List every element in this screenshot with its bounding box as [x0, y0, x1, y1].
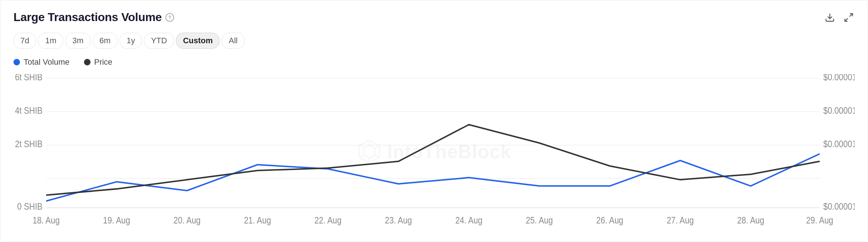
svg-text:$0.000014: $0.000014 — [823, 139, 855, 149]
header-actions — [824, 12, 855, 23]
legend-row: Total Volume Price — [13, 57, 855, 67]
header-row: Large Transactions Volume ? — [13, 11, 855, 24]
chart-area: IntoTheBlock 6t SHIB 4t SHIB 2t SHIB 0 S… — [13, 74, 855, 229]
svg-text:25. Aug: 25. Aug — [526, 215, 553, 226]
filter-6m[interactable]: 6m — [93, 33, 118, 49]
price-line — [46, 125, 820, 195]
expand-button[interactable] — [843, 12, 855, 23]
chart-svg-wrapper: 6t SHIB 4t SHIB 2t SHIB 0 SHIB $0.000019… — [13, 74, 855, 229]
svg-text:19. Aug: 19. Aug — [103, 215, 130, 226]
svg-line-2 — [845, 18, 848, 21]
legend-price: Price — [84, 57, 112, 67]
legend-label-volume: Total Volume — [24, 57, 69, 67]
svg-text:26. Aug: 26. Aug — [596, 215, 623, 226]
legend-total-volume: Total Volume — [13, 57, 69, 67]
svg-text:2t SHIB: 2t SHIB — [15, 139, 43, 149]
svg-text:24. Aug: 24. Aug — [455, 215, 483, 226]
chart-container: Large Transactions Volume ? — [0, 0, 868, 242]
legend-label-price: Price — [94, 57, 112, 67]
filter-custom[interactable]: Custom — [176, 33, 220, 49]
svg-text:28. Aug: 28. Aug — [737, 215, 764, 226]
download-button[interactable] — [824, 12, 836, 23]
svg-text:22. Aug: 22. Aug — [314, 215, 342, 226]
svg-line-1 — [849, 13, 852, 16]
chart-title: Large Transactions Volume — [13, 11, 162, 24]
svg-text:$0.000019: $0.000019 — [823, 74, 855, 82]
svg-text:21. Aug: 21. Aug — [244, 215, 271, 226]
svg-text:$0.000012: $0.000012 — [823, 202, 855, 212]
filter-1y[interactable]: 1y — [120, 33, 142, 49]
filter-7d[interactable]: 7d — [13, 33, 36, 49]
filter-ytd[interactable]: YTD — [144, 33, 174, 49]
time-filters: 7d 1m 3m 6m 1y YTD Custom All — [13, 33, 855, 49]
svg-text:18. Aug: 18. Aug — [33, 215, 60, 226]
help-icon[interactable]: ? — [165, 13, 174, 22]
svg-text:$0.000017: $0.000017 — [823, 106, 855, 116]
svg-text:6t SHIB: 6t SHIB — [15, 74, 43, 82]
title-area: Large Transactions Volume ? — [13, 11, 174, 24]
svg-text:20. Aug: 20. Aug — [173, 215, 201, 226]
legend-dot-volume — [13, 59, 20, 65]
filter-1m[interactable]: 1m — [38, 33, 63, 49]
svg-text:23. Aug: 23. Aug — [385, 215, 412, 226]
svg-text:0 SHIB: 0 SHIB — [17, 202, 43, 212]
svg-text:4t SHIB: 4t SHIB — [15, 106, 43, 116]
svg-text:29. Aug: 29. Aug — [806, 215, 833, 226]
svg-text:27. Aug: 27. Aug — [667, 215, 694, 226]
filter-3m[interactable]: 3m — [65, 33, 91, 49]
legend-dot-price — [84, 59, 91, 65]
filter-all[interactable]: All — [222, 33, 244, 49]
